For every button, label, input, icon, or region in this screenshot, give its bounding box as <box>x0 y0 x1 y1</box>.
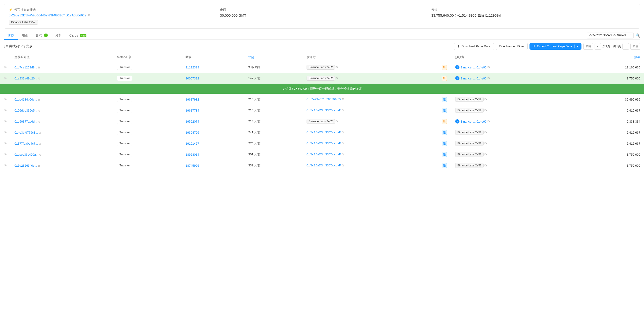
from-copy-icon[interactable]: ⧉ <box>336 120 338 123</box>
col-block: 区块 <box>182 53 244 62</box>
from-address-link[interactable]: 0xc7e73aFC...790501c77 <box>306 98 342 101</box>
to-copy-icon[interactable]: ⧉ <box>484 142 487 145</box>
from-copy-icon[interactable]: ⧉ <box>342 98 344 101</box>
token-icon: G <box>455 119 460 124</box>
col-amount[interactable]: 数额 <box>576 53 644 62</box>
balance-value: 30,000,000 GMT <box>220 13 417 17</box>
block-link[interactable]: 19617784 <box>186 109 199 112</box>
tx-hash-link[interactable]: 0x06dbe335e5... <box>14 109 37 112</box>
from-copy-icon[interactable]: ⧉ <box>336 65 338 69</box>
block-link[interactable]: 20067392 <box>186 77 199 80</box>
to-cell: Binance Labs 2e52 ⧉ <box>455 152 572 157</box>
cards-new-badge: New <box>80 34 86 37</box>
tx-copy-icon[interactable]: ⧉ <box>38 120 40 123</box>
to-copy-icon[interactable]: ⧉ <box>484 131 487 134</box>
amount-value: 3,750,000 <box>627 153 640 156</box>
tab-analysis[interactable]: 分析 <box>52 32 66 40</box>
sort-icon[interactable]: ↓≡ <box>4 44 8 49</box>
first-page-button[interactable]: 最前 <box>583 43 593 50</box>
last-page-button[interactable]: 最后 <box>630 43 640 50</box>
row-eye-icon[interactable]: 👁 <box>4 153 7 156</box>
to-copy-icon[interactable]: ⧉ <box>488 76 490 80</box>
col-age[interactable]: 块龄 <box>244 53 303 62</box>
tx-hash-link[interactable]: 0xd50377ad6d... <box>14 120 37 123</box>
row-eye-icon[interactable]: 👁 <box>4 142 7 145</box>
value-section: 价值 $3,755,640.00 ( ~1,514.8965 Eth) [1.1… <box>424 8 635 25</box>
export-current-page-button[interactable]: ⬇ Export Current Page Data ▾ <box>530 43 582 50</box>
block-link[interactable]: 21122389 <box>186 66 199 69</box>
block-link[interactable]: 18968014 <box>186 153 199 156</box>
tab-contract[interactable]: 合约 ✓ <box>32 32 52 40</box>
from-copy-icon[interactable]: ⧉ <box>342 142 344 145</box>
search-button[interactable]: 🔍 <box>636 33 640 38</box>
row-eye-icon[interactable]: 👁 <box>4 120 7 123</box>
tx-hash-link[interactable]: 0x6d28263ff0c... <box>14 164 37 167</box>
tx-copy-icon[interactable]: ⧉ <box>38 109 40 112</box>
tx-copy-icon[interactable]: ⧉ <box>39 142 41 145</box>
block-link[interactable]: 19617982 <box>186 98 199 101</box>
direction-badge: 出 <box>442 65 447 70</box>
tx-copy-icon[interactable]: ⧉ <box>39 131 41 134</box>
to-copy-icon[interactable]: ⧉ <box>484 164 487 167</box>
amount-value: 5,416,667 <box>627 109 640 112</box>
block-link[interactable]: 19394796 <box>186 131 199 134</box>
row-eye-icon[interactable]: 👁 <box>4 164 7 167</box>
age-value: 147 天前 <box>248 76 260 80</box>
from-copy-icon[interactable]: ⧉ <box>336 76 338 80</box>
next-page-button[interactable]: › <box>622 43 629 50</box>
to-cell: Binance Labs 2e52 ⧉ <box>455 141 572 146</box>
from-copy-icon[interactable]: ⧉ <box>342 109 344 112</box>
tx-copy-icon[interactable]: ⧉ <box>38 77 40 80</box>
block-link[interactable]: 19191457 <box>186 142 199 145</box>
tx-copy-icon[interactable]: ⧉ <box>38 98 40 101</box>
tx-hash-link[interactable]: 0x4e3bfd779c1... <box>14 131 38 134</box>
from-copy-icon[interactable]: ⧉ <box>342 164 344 167</box>
table-row: 👁0xd7ca1263d9... ⧉Transfer211223899 小时前B… <box>0 62 644 73</box>
from-copy-icon[interactable]: ⧉ <box>342 131 344 134</box>
row-eye-icon[interactable]: 👁 <box>4 131 7 134</box>
age-value: 332 天前 <box>248 164 260 167</box>
row-eye-icon[interactable]: 👁 <box>4 98 7 101</box>
to-copy-icon[interactable]: ⧉ <box>484 109 487 112</box>
download-page-data-button[interactable]: ⬇ Download Page Data <box>454 43 494 50</box>
to-copy-icon[interactable]: ⧉ <box>488 120 490 123</box>
direction-badge: 进 <box>442 108 447 113</box>
tab-cards[interactable]: Cards New <box>66 32 90 40</box>
amount-value: 3,750,000 <box>627 77 640 80</box>
tab-bar: 转移 知讯 合约 ✓ 分析 Cards New 0x2e5232d3fa5e5b… <box>4 29 640 40</box>
from-address-link[interactable]: 0xf3c15aD3...33C0dccaF <box>306 109 341 112</box>
to-copy-icon[interactable]: ⧉ <box>484 98 487 101</box>
tx-copy-icon[interactable]: ⧉ <box>38 164 40 167</box>
tx-hash-link[interactable]: 0xd7ca1263d9... <box>14 66 37 69</box>
tx-hash-link[interactable]: 0x377fea0e4c7... <box>14 142 38 145</box>
tx-hash-link[interactable]: 0xacec36c490a... <box>14 153 38 156</box>
from-address-link[interactable]: 0xf3c15aD3...33C0dccaF <box>306 164 341 167</box>
clear-filter-icon[interactable]: ✕ <box>630 34 632 37</box>
direction-badge: 出 <box>442 119 447 124</box>
row-eye-icon[interactable]: 👁 <box>4 109 7 112</box>
to-address-link[interactable]: Binance_....0x4e90 <box>460 66 486 69</box>
tab-news[interactable]: 知讯 <box>18 32 32 40</box>
from-copy-icon[interactable]: ⧉ <box>342 153 344 156</box>
block-link[interactable]: 19562074 <box>186 120 199 123</box>
to-address-link[interactable]: Binance_....0x4e90 <box>460 120 486 123</box>
from-address-link[interactable]: 0xf3c15aD3...33C0dccaF <box>306 142 341 145</box>
prev-page-button[interactable]: ‹ <box>594 43 601 50</box>
from-address-link[interactable]: 0xf3c15aD3...33C0dccaF <box>306 153 341 156</box>
export-dropdown-arrow[interactable]: ▾ <box>574 45 578 48</box>
block-link[interactable]: 18745926 <box>186 164 199 167</box>
to-address-link[interactable]: Binance_....0x4e90 <box>460 77 486 80</box>
to-copy-icon[interactable]: ⧉ <box>488 65 490 69</box>
tab-transfer[interactable]: 转移 <box>4 32 18 40</box>
advanced-filter-button[interactable]: ⧉ Advanced Filter <box>496 43 528 50</box>
address-copy-icon[interactable]: ⧉ <box>88 13 90 17</box>
to-copy-icon[interactable]: ⧉ <box>484 153 487 156</box>
address-link[interactable]: 0x2e5232D3Fa5e5b04467fe3F09deC4D17A330e6… <box>9 13 86 17</box>
tx-hash-link[interactable]: 0xa932a49b20... <box>14 77 37 80</box>
from-address-link[interactable]: 0xf3c15aD3...33C0dccaF <box>306 131 341 134</box>
tx-hash-link[interactable]: 0xae4184b0dc... <box>14 98 37 101</box>
tx-copy-icon[interactable]: ⧉ <box>39 153 42 156</box>
tx-copy-icon[interactable]: ⧉ <box>38 66 40 69</box>
row-eye-icon[interactable]: 👁 <box>4 65 7 69</box>
row-eye-icon[interactable]: 👁 <box>4 76 7 80</box>
